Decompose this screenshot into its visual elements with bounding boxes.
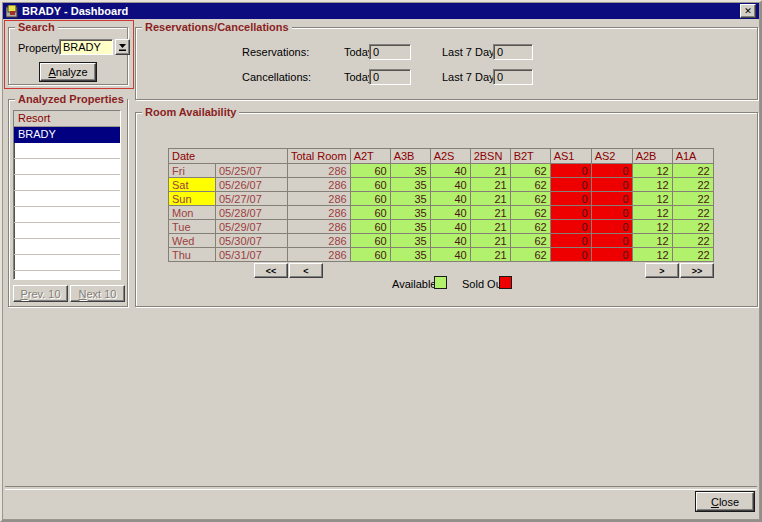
app-icon: [6, 5, 19, 18]
col-header: A2S: [430, 149, 470, 164]
room-availability-label: Room Availability: [142, 106, 239, 119]
availability-cell: 0: [550, 234, 591, 248]
availability-cell: 35: [390, 248, 430, 262]
availability-cell: 62: [510, 164, 550, 178]
availability-cell: 60: [350, 234, 390, 248]
list-item-empty: [14, 271, 120, 280]
availability-cell: 62: [510, 248, 550, 262]
window-title: BRADY - Dashboard: [22, 5, 128, 17]
availability-cell: 40: [430, 206, 470, 220]
reservations-last7-field[interactable]: 0: [493, 44, 533, 60]
availability-cell: 0: [591, 178, 632, 192]
reservations-today-field[interactable]: 0: [369, 44, 411, 60]
day-cell: Thu: [169, 248, 216, 262]
date-cell: 05/26/07: [216, 178, 288, 192]
day-cell: Tue: [169, 220, 216, 234]
total-room-cell: 286: [288, 234, 351, 248]
legend-available-label: Available: [392, 278, 436, 291]
property-label: Property: [18, 42, 60, 55]
availability-cell: 21: [470, 248, 510, 262]
col-header: A3B: [390, 149, 430, 164]
availability-cell: 22: [672, 178, 713, 192]
reservations-last7-value: 0: [497, 46, 503, 58]
col-header: Total Room: [288, 149, 351, 164]
search-panel-label: Search: [15, 21, 58, 34]
col-header: A2T: [350, 149, 390, 164]
availability-cell: 0: [591, 206, 632, 220]
date-cell: 05/30/07: [216, 234, 288, 248]
availability-cell: 0: [550, 206, 591, 220]
close-window-button[interactable]: ✕: [740, 4, 756, 18]
day-cell: Wed: [169, 234, 216, 248]
availability-cell: 22: [672, 206, 713, 220]
availability-cell: 0: [591, 234, 632, 248]
availability-cell: 12: [632, 220, 672, 234]
dropdown-arrow-icon: [118, 43, 127, 52]
availability-cell: 22: [672, 164, 713, 178]
property-value: BRADY: [63, 41, 101, 53]
availability-cell: 60: [350, 220, 390, 234]
total-room-cell: 286: [288, 178, 351, 192]
table-row: Tue05/29/072866035402162001222: [169, 220, 714, 234]
reservations-panel: Reservations/Cancellations: [135, 27, 758, 100]
page-next-button[interactable]: >: [645, 263, 679, 278]
table-row: Sat05/26/072866035402162001222: [169, 178, 714, 192]
page-first-button[interactable]: <<: [254, 263, 288, 278]
analyze-button[interactable]: Analyze: [40, 63, 96, 81]
availability-cell: 0: [550, 164, 591, 178]
availability-cell: 12: [632, 164, 672, 178]
title-bar[interactable]: BRADY - Dashboard ✕: [3, 3, 759, 19]
prev-10-button[interactable]: Prev. 10: [13, 285, 68, 302]
list-item[interactable]: BRADY: [14, 127, 120, 143]
list-item-empty: [14, 143, 120, 159]
availability-cell: 35: [390, 164, 430, 178]
availability-cell: 0: [591, 220, 632, 234]
availability-cell: 40: [430, 164, 470, 178]
availability-cell: 12: [632, 192, 672, 206]
availability-cell: 35: [390, 206, 430, 220]
footer-divider: [5, 486, 757, 490]
property-combobox[interactable]: BRADY: [59, 39, 113, 55]
available-legend-swatch: [434, 276, 447, 289]
availability-cell: 60: [350, 248, 390, 262]
total-room-cell: 286: [288, 220, 351, 234]
next-10-button[interactable]: Next 10: [70, 285, 125, 302]
analyzed-properties-list[interactable]: Resort BRADY: [13, 110, 121, 280]
availability-cell: 0: [550, 248, 591, 262]
availability-cell: 60: [350, 192, 390, 206]
dashboard-window: BRADY - Dashboard ✕ Search Property BRAD…: [0, 0, 762, 522]
list-item-empty: [14, 159, 120, 175]
total-room-cell: 286: [288, 248, 351, 262]
cancellations-last7-label: Last 7 Days: [442, 71, 500, 84]
col-header: A2B: [632, 149, 672, 164]
day-cell: Sat: [169, 178, 216, 192]
cancellations-last7-field[interactable]: 0: [493, 69, 533, 85]
availability-cell: 12: [632, 234, 672, 248]
table-row: Fri05/25/072866035402162001222: [169, 164, 714, 178]
availability-cell: 40: [430, 192, 470, 206]
availability-cell: 40: [430, 234, 470, 248]
page-last-button[interactable]: >>: [680, 263, 714, 278]
col-header-date: Date: [169, 149, 288, 164]
date-cell: 05/31/07: [216, 248, 288, 262]
availability-cell: 35: [390, 220, 430, 234]
availability-cell: 0: [591, 192, 632, 206]
close-button[interactable]: Close: [696, 492, 754, 511]
analyzed-properties-label: Analyzed Properties: [15, 93, 127, 106]
availability-cell: 0: [550, 192, 591, 206]
availability-cell: 40: [430, 178, 470, 192]
availability-cell: 21: [470, 220, 510, 234]
cancellations-today-field[interactable]: 0: [369, 69, 411, 85]
table-row: Mon05/28/072866035402162001222: [169, 206, 714, 220]
availability-cell: 35: [390, 234, 430, 248]
col-header: B2T: [510, 149, 550, 164]
col-header: AS1: [550, 149, 591, 164]
availability-cell: 21: [470, 178, 510, 192]
page-prev-button[interactable]: <: [289, 263, 323, 278]
col-header: A1A: [672, 149, 713, 164]
date-cell: 05/29/07: [216, 220, 288, 234]
total-room-cell: 286: [288, 206, 351, 220]
availability-cell: 60: [350, 206, 390, 220]
col-header: 2BSN: [470, 149, 510, 164]
property-dropdown-button[interactable]: [115, 39, 130, 55]
